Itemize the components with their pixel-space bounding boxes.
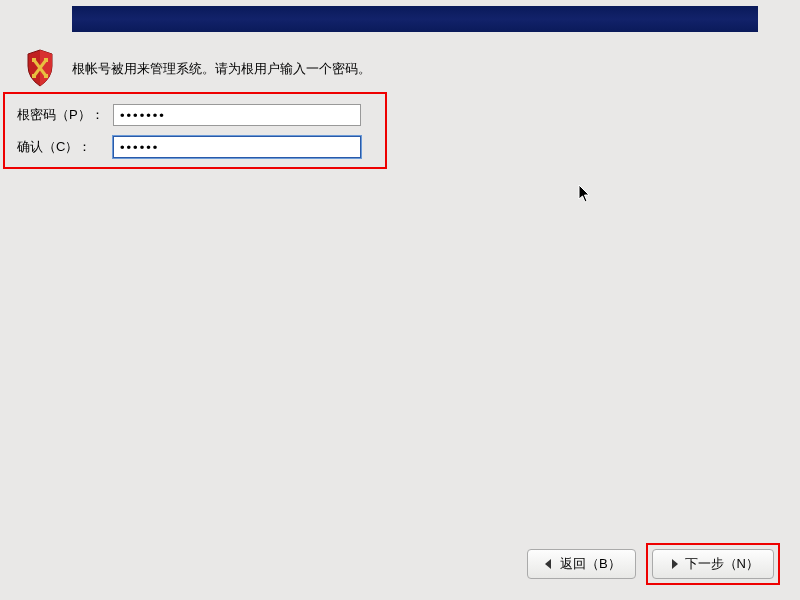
password-label: 根密码（P）： xyxy=(17,106,113,124)
header-bar xyxy=(72,6,758,32)
back-button-label: 返回（B） xyxy=(560,555,621,573)
footer-buttons: 返回（B） 下一步（N） xyxy=(527,543,780,585)
description-text: 根帐号被用来管理系统。请为根用户输入一个密码。 xyxy=(72,60,371,78)
password-input[interactable] xyxy=(113,104,361,126)
confirm-row: 确认（C）： xyxy=(17,136,373,158)
password-row: 根密码（P）： xyxy=(17,104,373,126)
password-form: 根密码（P）： 确认（C）： xyxy=(3,92,387,169)
arrow-right-icon xyxy=(667,557,681,571)
shield-icon xyxy=(24,48,56,91)
next-button-highlight: 下一步（N） xyxy=(646,543,780,585)
svg-rect-2 xyxy=(32,74,36,78)
svg-rect-3 xyxy=(44,74,48,78)
confirm-input[interactable] xyxy=(113,136,361,158)
next-button[interactable]: 下一步（N） xyxy=(652,549,774,579)
svg-rect-1 xyxy=(44,58,48,62)
next-button-label: 下一步（N） xyxy=(685,555,759,573)
mouse-cursor xyxy=(578,184,592,204)
arrow-left-icon xyxy=(542,557,556,571)
svg-rect-0 xyxy=(32,58,36,62)
confirm-label: 确认（C）： xyxy=(17,138,113,156)
back-button[interactable]: 返回（B） xyxy=(527,549,636,579)
